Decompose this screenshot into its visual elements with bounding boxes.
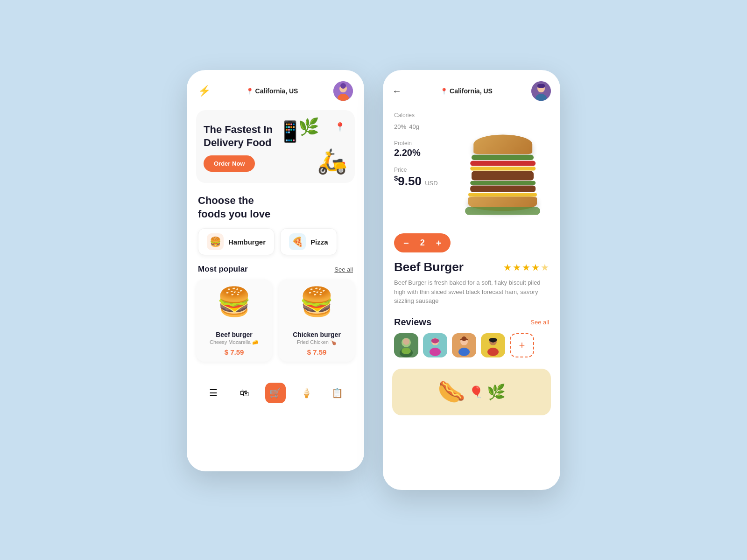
banner-illustration: 📱 🌿 🛵 📍 (273, 119, 347, 175)
preview-decor-emoji: 🎈 (469, 385, 483, 399)
left-header: ⚡ 📍 California, US (187, 70, 364, 106)
price-item: Price $9.50 USD (394, 167, 448, 189)
pizza-icon-box: 🍕 (289, 233, 306, 250)
calories-item: Calories 20% 40g (394, 112, 448, 132)
hamburger-emoji: 🍔 (210, 236, 221, 247)
pin-icon: 📍 (246, 88, 254, 95)
right-phone: ← 📍 California, US Calories (383, 70, 560, 490)
popular-title: Most popular (198, 265, 248, 274)
protein-value: 2.20% (394, 147, 448, 158)
product-info-row: Calories 20% 40g Protein 2.20% Price $9.… (383, 106, 560, 230)
protein-item: Protein 2.20% (394, 140, 448, 158)
reviews-title: Reviews (394, 317, 431, 328)
right-header: ← 📍 California, US (383, 70, 560, 106)
order-now-button[interactable]: Order Now (204, 155, 255, 172)
product-name-row: Beef Burger ★ ★ ★ ★ ★ (383, 260, 560, 278)
location-text: California, US (255, 87, 298, 95)
bottom-nav: ☰ 🛍 🛒 🍦 📋 (187, 375, 364, 414)
beef-burger-image: 🍔 (209, 285, 260, 327)
food-card-beef-burger[interactable]: 🍔 Beef burger Cheesy Mozarella 🧀 $ 7.59 (196, 280, 272, 362)
banner-title: The Fastest In Delivery Food (204, 123, 273, 149)
map-pin-icon: 📍 (335, 122, 345, 132)
reviewer-2[interactable] (423, 333, 447, 357)
see-all-link[interactable]: See all (334, 266, 353, 273)
svg-point-15 (430, 348, 441, 356)
right-pin-icon: 📍 (440, 88, 448, 95)
hamburger-icon-box: 🍔 (207, 233, 224, 250)
promo-banner: The Fastest In Delivery Food Order Now 📱… (196, 110, 355, 183)
preview-food-emoji: 🌭 (437, 379, 465, 405)
nav-cart[interactable]: 🛒 (265, 383, 286, 403)
nav-orders[interactable]: 📋 (327, 383, 348, 403)
category-hamburger[interactable]: 🍔 Hamburger (198, 228, 275, 255)
preview-plant-emoji: 🌿 (487, 383, 506, 401)
burger-image (456, 112, 549, 224)
scooter-icon: 🛵 (317, 147, 347, 175)
calories-value: 20% 40g (394, 119, 448, 132)
quantity-control: − 2 + (394, 233, 451, 252)
banner-text: The Fastest In Delivery Food Order Now (204, 123, 273, 172)
star-2: ★ (513, 262, 521, 273)
add-reviewer-button[interactable]: + (510, 333, 534, 357)
nav-menu[interactable]: ☰ (203, 383, 224, 403)
reviewers-row: + (383, 333, 560, 365)
section-title: Choose the foods you love (187, 187, 364, 224)
svg-point-22 (487, 348, 499, 356)
right-avatar[interactable] (531, 81, 551, 101)
star-1: ★ (503, 262, 512, 273)
chicken-burger-name: Chicken burger (293, 331, 341, 338)
reviewer-3[interactable] (452, 333, 476, 357)
svg-rect-7 (537, 84, 545, 88)
logo-icon: ⚡ (198, 85, 211, 97)
svg-point-11 (403, 338, 409, 345)
reviewer-4[interactable] (481, 333, 505, 357)
chicken-burger-sub: Fried Chicken 🍗 (297, 339, 337, 345)
quantity-value: 2 (420, 238, 425, 248)
price-label: Price (394, 167, 448, 173)
nutrition-info: Calories 20% 40g Protein 2.20% Price $9.… (394, 112, 448, 189)
back-button[interactable]: ← (392, 86, 402, 97)
reviews-see-all[interactable]: See all (530, 319, 549, 326)
price-value: $9.50 USD (394, 174, 448, 189)
nav-shop[interactable]: 🛍 (234, 383, 255, 403)
star-4: ★ (531, 262, 540, 273)
star-3: ★ (522, 262, 530, 273)
location-badge: 📍 California, US (246, 87, 298, 95)
reviews-header: Reviews See all (383, 313, 560, 333)
protein-label: Protein (394, 140, 448, 147)
popular-header: Most popular See all (187, 263, 364, 280)
category-pizza[interactable]: 🍕 Pizza (280, 228, 337, 255)
quantity-plus-button[interactable]: + (436, 238, 442, 248)
pizza-emoji: 🍕 (292, 236, 303, 247)
star-rating: ★ ★ ★ ★ ★ (503, 262, 549, 273)
svg-point-18 (458, 348, 470, 356)
food-card-chicken-burger[interactable]: 🍔 Chicken burger Fried Chicken 🍗 $ 7.59 (279, 280, 355, 362)
right-location-text: California, US (450, 87, 493, 95)
plant-icon: 🌿 (298, 117, 319, 137)
svg-point-12 (402, 348, 411, 354)
reviewer-1[interactable] (394, 333, 418, 357)
right-location-badge: 📍 California, US (440, 87, 493, 95)
product-description: Beef Burger is fresh baked for a soft, f… (383, 278, 560, 313)
quantity-minus-button[interactable]: − (403, 238, 409, 248)
preview-card: 🌭 🎈 🌿 (392, 369, 551, 415)
pizza-label: Pizza (310, 238, 328, 246)
avatar[interactable] (333, 81, 353, 101)
hamburger-label: Hamburger (228, 238, 266, 246)
beef-burger-name: Beef burger (216, 331, 253, 338)
beef-burger-price: $ 7.59 (225, 348, 244, 356)
category-row: 🍔 Hamburger 🍕 Pizza (187, 224, 364, 263)
beef-burger-sub: Cheesy Mozarella 🧀 (210, 339, 259, 345)
chicken-burger-price: $ 7.59 (307, 348, 327, 356)
calories-label: Calories (394, 112, 448, 119)
svg-point-19 (462, 336, 466, 341)
left-phone: ⚡ 📍 California, US The Fastest In (187, 70, 364, 471)
food-cards: 🍔 Beef burger Cheesy Mozarella 🧀 $ 7.59 … (187, 280, 364, 371)
chicken-burger-image: 🍔 (291, 285, 343, 327)
nav-dessert[interactable]: 🍦 (296, 383, 317, 403)
product-name: Beef Burger (394, 260, 464, 274)
star-5: ★ (541, 262, 549, 273)
burger-stack-visual (465, 134, 540, 215)
